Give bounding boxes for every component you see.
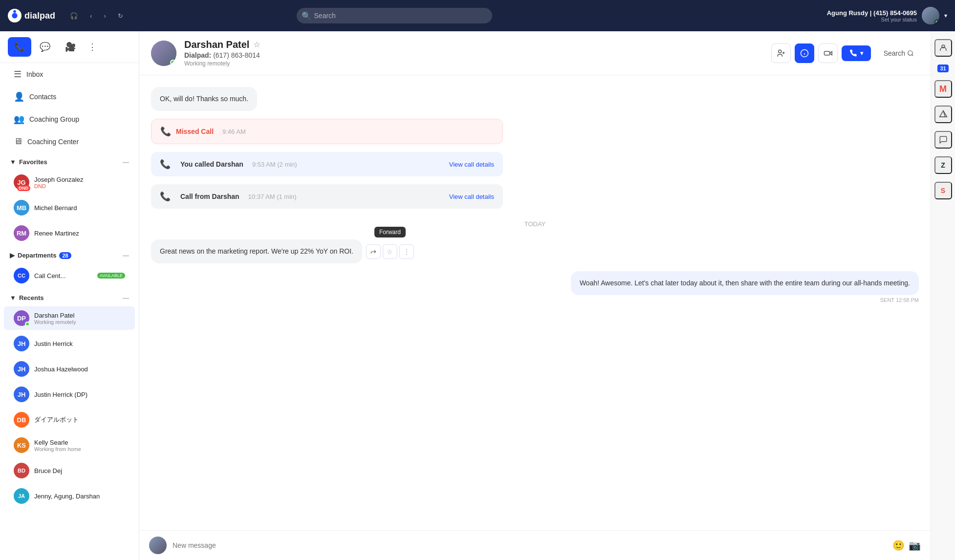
contact-renee-martinez[interactable]: RM Renee Martinez (4, 221, 135, 245)
date-text: TODAY (524, 220, 546, 228)
svg-point-11 (908, 50, 912, 55)
phone-tab-button[interactable]: 📞 (8, 37, 31, 57)
coaching-group-icon: 👥 (14, 114, 24, 125)
contact-avatar: CC (14, 268, 29, 283)
view-call-details-link[interactable]: View call details (449, 161, 494, 168)
contact-justin-herrick[interactable]: JH Justin Herrick (4, 332, 135, 355)
message-bubble: OK, will do! Thanks so much. (151, 87, 257, 111)
right-panel-contacts-icon (939, 43, 948, 52)
message-input-bar: 🙂 📷 (139, 530, 931, 560)
star-message-button[interactable]: ☆ (383, 244, 397, 259)
contact-name: Call Cent... (34, 272, 92, 280)
right-panel-calendar-badge[interactable]: 31 (937, 65, 948, 72)
tooltip-text: Forward (379, 229, 401, 236)
contact-darshan-patel[interactable]: DP Darshan Patel Working remotely (4, 306, 135, 330)
forward-button-msg[interactable] (366, 244, 381, 259)
search-label: Search (884, 49, 905, 57)
contact-joshua-hazelwood[interactable]: JH Joshua Hazelwood (4, 357, 135, 381)
contact-kelly-searle[interactable]: KS Kelly Searle Working from home (4, 433, 135, 457)
sidebar-item-inbox[interactable]: ☰ Inbox (4, 64, 135, 85)
recents-label: Recents (19, 294, 44, 302)
contact-avatar: MB (14, 200, 29, 215)
favorites-section-header[interactable]: ▼ Favorites — (0, 154, 139, 170)
video-icon (824, 49, 832, 58)
contact-joseph-gonzalez[interactable]: JG DND Joseph Gonzalez DND (4, 171, 135, 194)
user-status[interactable]: Set your status (827, 17, 917, 22)
message-woah: Woah! Awesome. Let's chat later today ab… (571, 271, 919, 295)
logo[interactable]: dialpad (8, 9, 55, 22)
right-panel-contacts-btn[interactable] (934, 39, 952, 57)
camera-button[interactable]: 📷 (909, 539, 921, 551)
emoji-button[interactable]: 🙂 (892, 539, 905, 551)
forward-button[interactable]: › (101, 9, 109, 22)
search-input[interactable] (297, 8, 492, 23)
contact-name: Justin Herrick (34, 340, 125, 347)
contact-dialpad-bot[interactable]: DB ダイアルボット (4, 408, 135, 431)
missed-call-record: 📞 Missed Call 9:46 AM (151, 119, 503, 144)
right-panel: 31 M Z S (931, 31, 955, 560)
sidebar-item-coaching-center[interactable]: 🖥 Coaching Center (4, 131, 135, 151)
contact-call-center[interactable]: CC Call Cent... AVAILABLE (4, 264, 135, 287)
contact-header: Darshan Patel ☆ Dialpad: (617) 863-8014 … (139, 31, 931, 75)
message-great-news: Great news on the marketing report. We'r… (151, 239, 362, 263)
logo-text: dialpad (24, 11, 55, 21)
sidebar-item-coaching-group[interactable]: 👥 Coaching Group (4, 109, 135, 129)
video-call-button[interactable] (818, 43, 838, 63)
right-panel-gmail-btn[interactable]: M (934, 80, 952, 98)
outgoing-call-icon: 📞 (160, 159, 171, 170)
back-button[interactable]: ‹ (87, 9, 95, 22)
contact-name: Renee Martinez (34, 230, 125, 237)
add-contact-icon (777, 49, 785, 58)
dnd-badge: DND (17, 185, 31, 191)
forward-tooltip: Forward (374, 227, 406, 237)
right-panel-chat-btn[interactable] (934, 131, 952, 149)
user-menu-chevron[interactable]: ▾ (944, 12, 947, 19)
favorite-star[interactable]: ☆ (253, 40, 260, 49)
message-woah-wrap: Woah! Awesome. Let's chat later today ab… (571, 271, 919, 303)
info-button[interactable] (795, 43, 814, 63)
sidebar-item-label: Coaching Group (29, 115, 79, 123)
contact-header-status: Working remotely (184, 60, 763, 67)
contact-michel-bernard[interactable]: MB Michel Bernard (4, 196, 135, 219)
departments-section-header[interactable]: ▶ Departments 28 — (0, 248, 139, 263)
right-panel-drive-btn[interactable] (934, 106, 952, 123)
phone-label: Dialpad: (184, 51, 211, 59)
contact-avatar: DB (14, 412, 29, 428)
inbox-icon: ☰ (14, 69, 22, 80)
sidebar-item-contacts[interactable]: 👤 Contacts (4, 86, 135, 107)
phone-number: (617) 863-8014 (213, 51, 260, 59)
user-input-avatar (149, 537, 167, 554)
chat-icon-right (939, 135, 948, 144)
favorites-minus-icon[interactable]: — (123, 158, 129, 166)
call-dropdown-arrow[interactable]: ▾ (860, 50, 863, 57)
chat-tab-button[interactable]: 💬 (33, 37, 57, 57)
departments-chevron: ▶ (10, 252, 15, 259)
recents-minus-icon[interactable]: — (123, 294, 129, 302)
message-input[interactable] (173, 541, 887, 549)
video-tab-button[interactable]: 🎥 (59, 37, 82, 57)
call-button[interactable]: ▾ (842, 45, 871, 61)
contact-avatar: DP (14, 310, 29, 326)
contact-header-avatar (151, 41, 176, 66)
user-avatar[interactable] (922, 7, 939, 24)
right-panel-spreadsheet-btn[interactable]: S (934, 182, 952, 199)
view-call-details-link-2[interactable]: View call details (449, 193, 494, 200)
contact-jenny-agung-darshan[interactable]: JA Jenny, Agung, Darshan (4, 484, 135, 508)
recents-chevron: ▼ (10, 294, 16, 302)
departments-minus-icon[interactable]: — (123, 252, 129, 259)
refresh-button[interactable]: ↻ (115, 9, 126, 22)
header-actions: ▾ Search (771, 43, 919, 63)
search-chat-button[interactable]: Search (879, 46, 919, 60)
right-panel-zendesk-btn[interactable]: Z (934, 156, 952, 174)
more-message-button[interactable]: ⋮ (399, 244, 414, 259)
more-actions-button[interactable]: ⋮ (84, 42, 101, 52)
contact-sub: Working remotely (34, 319, 125, 325)
contact-justin-herrick-dp[interactable]: JH Justin Herrick (DP) (4, 383, 135, 406)
headset-button[interactable]: 🎧 (67, 9, 81, 22)
top-nav: dialpad 🎧 ‹ › ↻ 🔍 Agung Rusdy | (415) 85… (0, 0, 955, 31)
add-contact-button[interactable] (771, 43, 791, 63)
contact-bruce-dej[interactable]: BD Bruce Dej (4, 459, 135, 482)
incoming-call-time: 10:37 AM (1 min) (248, 193, 297, 200)
recents-section-header[interactable]: ▼ Recents — (0, 290, 139, 305)
contact-name: Bruce Dej (34, 467, 125, 474)
